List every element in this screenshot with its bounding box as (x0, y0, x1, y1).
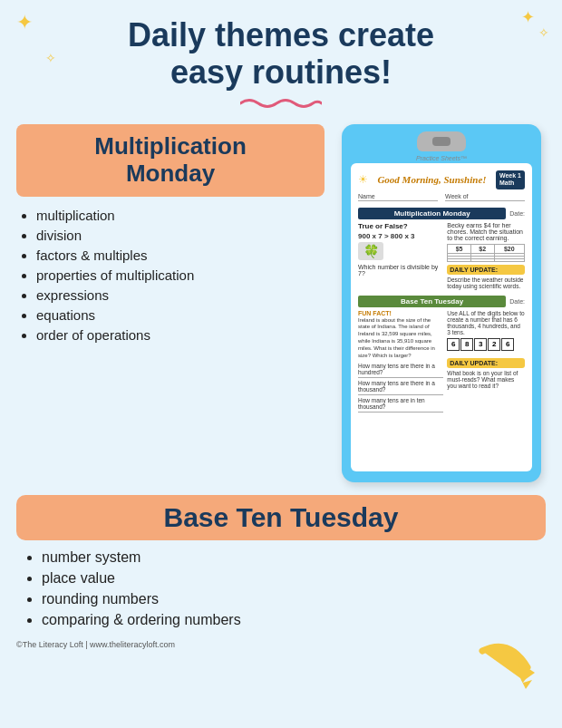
paper-true-false: True or False? (358, 222, 443, 230)
monday-section: Multiplication Monday multiplication div… (16, 124, 325, 347)
paper-math-problem: 900 x 7 > 800 x 3 (358, 232, 443, 240)
monday-title-box: Multiplication Monday (16, 124, 325, 197)
wavy-line-icon (240, 97, 322, 110)
table-header-2: $20 (494, 244, 524, 253)
clipboard-clip-icon (417, 131, 466, 151)
paper-daily-update-2: DAILY UPDATE: (447, 358, 525, 368)
monday-bullet-list: multiplication division factors & multip… (16, 208, 325, 347)
paper-right-col: Becky earns $4 for her chores. Match the… (447, 222, 525, 289)
paper-fun-fact-text: Ireland is about the size of the state o… (358, 317, 443, 360)
paper-left-col: True or False? 900 x 7 > 800 x 3 🍀 Which… (358, 222, 443, 289)
clover-decoration: 🍀 (358, 242, 383, 260)
list-item: properties of multiplication (36, 267, 325, 283)
paper-how-many-thousand: How many tens are there in a thousand? (358, 380, 443, 395)
paper-number-boxes: 6 8 3 2 6 (447, 338, 525, 351)
list-item: rounding numbers (42, 591, 546, 607)
number-box-3: 2 (488, 338, 500, 351)
paper-fun-fact-label: FUN FACT! (358, 310, 443, 316)
paper-base-ten-content: FUN FACT! Ireland is about the size of t… (358, 310, 525, 415)
list-item: factors & multiples (36, 248, 325, 263)
list-item: equations (36, 307, 325, 323)
paper-good-morning: Good Morning, Sunshine! (377, 174, 486, 185)
paper-how-many-hundred: How many tens are there in a hundred? (358, 363, 443, 378)
tuesday-title-text: Base Ten Tuesday (29, 502, 533, 533)
paper-date-label-2: Date: (509, 298, 525, 305)
clipboard: Practice Sheets™ ☀ Good Morning, Sunshin… (342, 124, 541, 482)
paper-header: ☀ Good Morning, Sunshine! Week 1 Math (358, 170, 525, 189)
list-item: order of operations (36, 327, 325, 343)
table-header-0: $5 (448, 244, 471, 253)
tuesday-title-box: Base Ten Tuesday (16, 495, 546, 540)
monday-title-text: Multiplication Monday (29, 133, 312, 188)
footer-copyright: ©The Literacy Loft | www.theliteracyloft… (16, 640, 175, 649)
list-item: number system (42, 549, 546, 566)
header: Daily themes create easy routines! (0, 0, 562, 115)
paper-base-ten-left: FUN FACT! Ireland is about the size of t… (358, 310, 443, 415)
paper-daily-update-text: Describe the weather outside today using… (447, 277, 525, 289)
paper-date-label: Date: (509, 210, 525, 217)
page: ✦ ✦ ✧ ✧ Daily themes create easy routine… (0, 0, 562, 728)
header-title-line2: easy routines! (170, 53, 392, 91)
paper-week-badge: Week 1 Math (496, 170, 525, 189)
paper-table: $5 $2 $20 (447, 244, 525, 262)
name-field: Name (358, 193, 438, 201)
clipboard-paper: ☀ Good Morning, Sunshine! Week 1 Math Na… (351, 163, 532, 471)
paper-how-many-section: How many tens are there in a hundred? Ho… (358, 363, 443, 413)
paper-base-ten-right: Use ALL of the digits below to create a … (447, 310, 525, 415)
paper-how-many-ten-thousand: How many tens are in ten thousand? (358, 397, 443, 413)
star-icon-tr2: ✧ (538, 25, 549, 40)
arrow-icon (473, 642, 537, 692)
paper-use-all-text: Use ALL of the digits below to create a … (447, 310, 525, 335)
paper-daily-update-2-text: What book is on your list of must-reads?… (447, 370, 525, 389)
sun-icon: ☀ (358, 173, 368, 186)
number-box-1: 8 (460, 338, 473, 351)
star-icon-tl2: ✧ (45, 51, 56, 65)
paper-monday-section-title: Multiplication Monday (358, 208, 506, 219)
list-item: division (36, 228, 325, 243)
list-item: comparing & ordering numbers (42, 612, 546, 628)
list-item: multiplication (36, 208, 325, 223)
paper-daily-update-1: DAILY UPDATE: (447, 265, 525, 275)
number-box-4: 6 (501, 338, 514, 351)
table-header-1: $2 (470, 244, 494, 253)
main-content-row: Multiplication Monday multiplication div… (0, 115, 562, 482)
tuesday-bullet-list: number system place value rounding numbe… (16, 549, 546, 633)
paper-content-row-1: True or False? 900 x 7 > 800 x 3 🍀 Which… (358, 222, 525, 289)
star-icon-tl: ✦ (16, 11, 33, 34)
week-of-field: Week of (445, 193, 525, 201)
paper-tuesday-section-title: Base Ten Tuesday (358, 296, 506, 307)
clipboard-brand: Practice Sheets™ (351, 155, 532, 161)
number-box-2: 3 (474, 338, 487, 351)
clipboard-area: Practice Sheets™ ☀ Good Morning, Sunshin… (337, 124, 546, 482)
number-box-0: 6 (447, 338, 460, 351)
header-title-line1: Daily themes create (128, 16, 434, 53)
arrow-decoration (473, 642, 537, 695)
star-icon-tr: ✦ (521, 7, 535, 27)
tuesday-section: Base Ten Tuesday number system place val… (0, 482, 562, 633)
paper-which-number: Which number is divisible by 7? (358, 264, 443, 277)
list-item: expressions (36, 287, 325, 303)
paper-name-row: Name Week of (358, 193, 525, 201)
header-title: Daily themes create easy routines! (22, 16, 540, 92)
paper-chores-text: Becky earns $4 for her chores. Match the… (447, 222, 525, 241)
list-item: place value (42, 570, 546, 587)
